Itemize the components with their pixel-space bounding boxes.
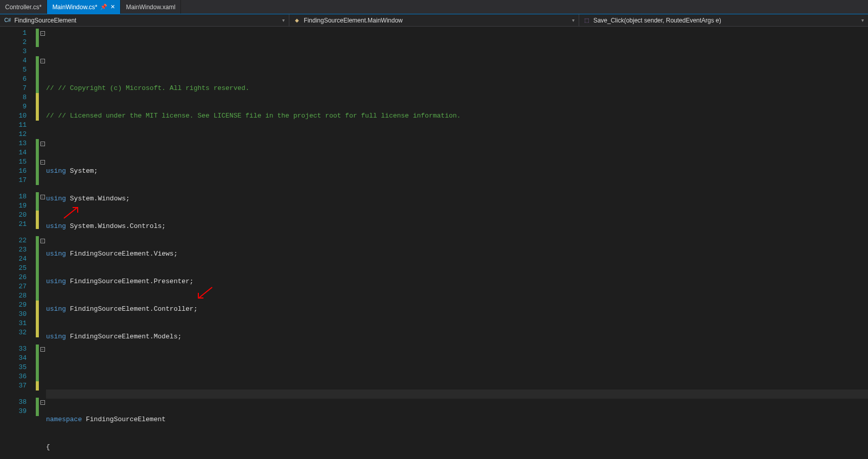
chevron-down-icon: ▾ (572, 17, 575, 23)
chevron-down-icon: ▾ (282, 17, 285, 23)
collapse-toggle[interactable]: − (40, 347, 45, 352)
close-icon[interactable]: ✕ (110, 4, 115, 10)
tab-label: MainWindow.cs* (52, 4, 97, 11)
chevron-down-icon: ▾ (861, 17, 864, 23)
collapse-toggle[interactable]: − (40, 59, 45, 63)
code-line: // // Copyright (c) Microsoft. All right… (46, 84, 249, 92)
navigation-bar: C# FindingSourceElement ▾ ◆ FindingSourc… (0, 14, 868, 27)
tab-mainwindow-xaml[interactable]: MainWindow.xaml (121, 0, 181, 14)
pin-icon[interactable]: 📌 (100, 4, 107, 10)
collapse-toggle[interactable]: − (40, 239, 45, 243)
nav-class-label: FindingSourceElement.MainWindow (304, 17, 402, 24)
code-area[interactable]: // // Copyright (c) Microsoft. All right… (46, 27, 868, 459)
collapse-toggle[interactable]: − (40, 31, 45, 36)
code-editor[interactable]: 1234 5678 9101112 13141516 17 18192021 2… (0, 27, 868, 459)
collapse-toggle[interactable]: − (40, 160, 45, 165)
nav-class-dropdown[interactable]: ◆ FindingSourceElement.MainWindow ▾ (289, 14, 579, 26)
collapse-toggle[interactable]: − (40, 195, 45, 199)
tab-controller-cs[interactable]: Controller.cs* (0, 0, 47, 14)
collapse-toggle[interactable]: − (40, 142, 45, 146)
tab-label: Controller.cs* (5, 4, 41, 11)
nav-project-label: FindingSourceElement (14, 17, 76, 24)
nav-member-dropdown[interactable]: ⬚ Save_Click(object sender, RoutedEventA… (579, 14, 868, 26)
nav-member-label: Save_Click(object sender, RoutedEventArg… (593, 17, 721, 24)
method-icon: ⬚ (583, 17, 590, 24)
code-line: // // Licensed under the MIT license. Se… (46, 112, 461, 120)
tab-mainwindow-cs[interactable]: MainWindow.cs* 📌 ✕ (47, 0, 121, 14)
line-number-gutter: 1234 5678 9101112 13141516 17 18192021 2… (0, 27, 36, 459)
collapse-toggle[interactable]: − (40, 400, 45, 405)
nav-project-dropdown[interactable]: C# FindingSourceElement ▾ (0, 14, 289, 26)
class-icon: ◆ (293, 17, 301, 24)
outline-collapse-bar: − − − − − − − − (39, 27, 46, 459)
tab-bar: Controller.cs* MainWindow.cs* 📌 ✕ MainWi… (0, 0, 868, 14)
csharp-icon: C# (4, 17, 11, 24)
tab-label: MainWindow.xaml (126, 4, 175, 11)
